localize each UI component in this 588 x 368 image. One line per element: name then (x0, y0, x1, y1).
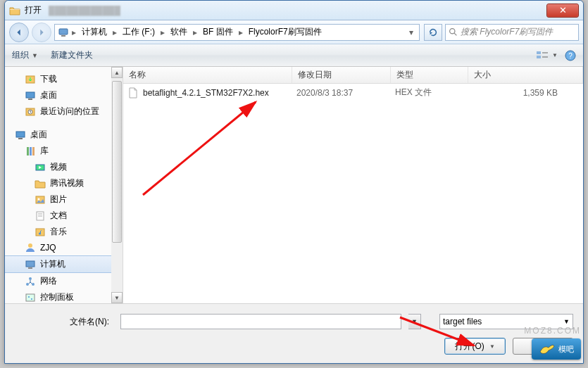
bird-icon (539, 342, 556, 356)
dropdown-caret-icon[interactable]: ▾ (406, 27, 416, 37)
user-icon (25, 242, 36, 253)
navigation-bar: ▸ 计算机 ▸ 工作 (F:) ▸ 软件 ▸ BF 固件 ▸ FlycolorF… (5, 20, 583, 44)
scrollbar-thumb[interactable] (112, 81, 122, 243)
organize-menu[interactable]: 组织 ▼ (12, 49, 38, 61)
tree-item-label: 网络 (40, 275, 57, 287)
tree-item-computer[interactable]: 计算机 (5, 255, 123, 273)
tree-item-label: 腾讯视频 (50, 177, 84, 189)
svg-rect-5 (537, 56, 541, 58)
view-list-icon (536, 51, 550, 61)
nav-forward-button[interactable] (32, 23, 51, 42)
tree-item-downloads[interactable]: 下载 (5, 71, 123, 87)
tree-item-label: 桌面 (40, 89, 57, 101)
view-mode-button[interactable]: ▼ (536, 51, 558, 61)
filename-input[interactable] (120, 314, 401, 329)
file-icon (127, 87, 139, 99)
tree-item-documents[interactable]: 文档 (5, 208, 123, 224)
svg-rect-16 (18, 138, 23, 139)
svg-point-2 (450, 29, 455, 34)
tree-item-label: 下载 (40, 73, 57, 85)
blurred-text: ████████████ (49, 6, 120, 15)
tree-item-desktop-root[interactable]: 桌面 (5, 127, 123, 143)
tree-item-folder[interactable]: 腾讯视频 (5, 175, 123, 191)
tree-item-label: 库 (40, 145, 49, 157)
svg-rect-4 (537, 51, 541, 54)
tree-item-music[interactable]: 音乐 (5, 224, 123, 240)
breadcrumb-item[interactable]: FlycolorF7刷写固件 (246, 25, 325, 39)
tree-item-user[interactable]: ZJQ (5, 240, 123, 255)
tree-item-library[interactable]: 库 (5, 143, 123, 159)
titlebar[interactable]: 打开 ████████████ ✕ (5, 1, 583, 20)
documents-icon (35, 210, 46, 222)
chevron-right-icon: ▸ (237, 27, 244, 37)
network-icon (25, 276, 36, 287)
breadcrumb-item[interactable]: 工作 (F:) (120, 25, 158, 39)
tree-item-control[interactable]: 控制面板 (5, 289, 123, 303)
file-list-pane: 名称 修改日期 类型 大小 betaflight_4.2.1_STM32F7X2… (123, 67, 583, 303)
video-icon (35, 162, 46, 173)
tree-item-desktop[interactable]: 桌面 (5, 87, 123, 103)
tree-item-pictures[interactable]: 图片 (5, 191, 123, 208)
help-button[interactable]: ? (565, 50, 576, 61)
column-size[interactable]: 大小 (468, 67, 583, 83)
svg-point-32 (29, 277, 32, 280)
annotation-arrow (136, 96, 270, 202)
nav-back-button[interactable] (9, 23, 29, 42)
search-icon (449, 27, 458, 37)
file-size: 1,359 KB (473, 88, 579, 98)
navigation-tree[interactable]: 下载桌面最近访问的位置桌面库视频腾讯视频图片文档音乐ZJQ计算机网络控制面板 ▲… (5, 67, 123, 303)
file-list[interactable]: betaflight_4.2.1_STM32F7X2.hex2020/8/3 1… (123, 84, 583, 303)
tree-item-label: 文档 (50, 210, 67, 222)
svg-point-31 (32, 283, 35, 286)
svg-point-30 (26, 283, 29, 286)
tree-item-label: 音乐 (50, 226, 67, 238)
sidebar-scrollbar[interactable]: ▲ ▼ (111, 67, 123, 303)
filename-history-dropdown[interactable]: ▼ (408, 314, 421, 329)
breadcrumb-item[interactable]: 软件 (168, 25, 190, 39)
svg-rect-1 (61, 35, 65, 37)
chevron-down-icon: ▼ (32, 52, 38, 59)
address-bar[interactable]: ▸ 计算机 ▸ 工作 (F:) ▸ 软件 ▸ BF 固件 ▸ FlycolorF… (54, 24, 420, 41)
tree-item-label: 计算机 (40, 258, 65, 270)
search-input[interactable]: 搜索 FlycolorF7刷写固件 (445, 24, 579, 41)
computer-icon (25, 259, 36, 270)
breadcrumb-item[interactable]: 计算机 (79, 25, 110, 39)
file-date: 2020/8/3 18:37 (296, 88, 395, 98)
svg-rect-29 (28, 267, 32, 269)
column-date[interactable]: 修改日期 (292, 67, 391, 83)
computer-icon (58, 27, 69, 38)
svg-rect-0 (59, 29, 68, 34)
folder-icon (35, 178, 46, 189)
svg-rect-28 (26, 261, 35, 267)
chevron-right-icon: ▸ (70, 27, 77, 37)
close-button[interactable]: ✕ (546, 4, 579, 18)
tree-item-label: 视频 (50, 161, 67, 173)
chevron-down-icon: ▼ (563, 318, 570, 325)
file-type: HEX 文件 (395, 87, 473, 99)
svg-rect-18 (30, 147, 32, 156)
breadcrumb-item[interactable]: BF 固件 (200, 25, 236, 39)
open-button[interactable]: 打开(O) ▼ (444, 338, 506, 355)
command-bar: 组织 ▼ 新建文件夹 ▼ ? (5, 44, 583, 67)
refresh-icon (428, 27, 438, 37)
column-type[interactable]: 类型 (391, 67, 468, 83)
scroll-up-button[interactable]: ▲ (111, 67, 123, 78)
tree-item-recent[interactable]: 最近访问的位置 (5, 103, 123, 120)
tree-item-network[interactable]: 网络 (5, 273, 123, 289)
new-folder-button[interactable]: 新建文件夹 (51, 49, 93, 61)
svg-rect-17 (27, 147, 29, 156)
svg-line-36 (143, 102, 256, 195)
scroll-down-button[interactable]: ▼ (111, 292, 123, 303)
library-icon (25, 146, 36, 157)
svg-rect-19 (32, 147, 35, 156)
watermark-site: MOZ8.COM (524, 326, 581, 336)
refresh-button[interactable] (424, 24, 442, 41)
file-open-dialog: 打开 ████████████ ✕ ▸ 计算机 ▸ 工作 (F:) ▸ 软件 ▸… (4, 0, 584, 364)
column-name[interactable]: 名称 (123, 67, 292, 83)
svg-rect-12 (28, 99, 32, 100)
column-headers[interactable]: 名称 修改日期 类型 大小 (123, 67, 583, 84)
tree-item-video[interactable]: 视频 (5, 159, 123, 175)
chevron-right-icon: ▸ (192, 27, 199, 37)
file-row[interactable]: betaflight_4.2.1_STM32F7X2.hex2020/8/3 1… (123, 84, 583, 101)
svg-point-27 (28, 243, 32, 248)
